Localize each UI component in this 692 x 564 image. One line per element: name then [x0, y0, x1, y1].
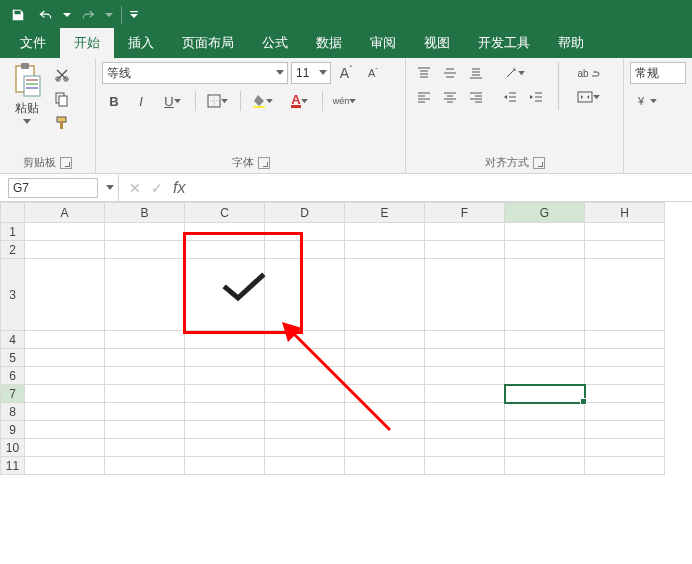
format-painter-icon[interactable]: [52, 114, 72, 132]
cell[interactable]: [585, 223, 665, 241]
cell[interactable]: [265, 223, 345, 241]
cell[interactable]: [25, 349, 105, 367]
copy-icon[interactable]: [52, 90, 72, 108]
underline-button[interactable]: U: [156, 90, 190, 112]
cell[interactable]: [585, 367, 665, 385]
row-header[interactable]: 3: [1, 259, 25, 331]
cut-icon[interactable]: [52, 66, 72, 84]
cell[interactable]: [425, 367, 505, 385]
align-bottom-icon[interactable]: [464, 62, 488, 84]
cell[interactable]: [105, 457, 185, 475]
align-top-icon[interactable]: [412, 62, 436, 84]
cell[interactable]: [585, 421, 665, 439]
accounting-format-icon[interactable]: ¥: [630, 90, 664, 112]
cell[interactable]: [265, 385, 345, 403]
cell[interactable]: [105, 367, 185, 385]
wrap-text-button[interactable]: ab: [569, 62, 609, 84]
cell[interactable]: [505, 439, 585, 457]
cell[interactable]: [345, 241, 425, 259]
tab-insert[interactable]: 插入: [114, 28, 168, 58]
column-header[interactable]: E: [345, 203, 425, 223]
align-right-icon[interactable]: [464, 86, 488, 108]
cell[interactable]: [265, 457, 345, 475]
increase-indent-icon[interactable]: [524, 86, 548, 108]
insert-function-icon[interactable]: fx: [173, 179, 185, 197]
align-center-icon[interactable]: [438, 86, 462, 108]
tab-home[interactable]: 开始: [60, 28, 114, 58]
cell[interactable]: [425, 259, 505, 331]
row-header[interactable]: 11: [1, 457, 25, 475]
redo-dropdown-icon[interactable]: [104, 11, 114, 19]
undo-icon[interactable]: [34, 3, 58, 27]
tab-review[interactable]: 审阅: [356, 28, 410, 58]
cell[interactable]: [265, 367, 345, 385]
tab-help[interactable]: 帮助: [544, 28, 598, 58]
cell[interactable]: [585, 439, 665, 457]
cell[interactable]: [505, 223, 585, 241]
cell[interactable]: [425, 241, 505, 259]
fill-color-icon[interactable]: [246, 90, 280, 112]
cell[interactable]: [345, 457, 425, 475]
cell[interactable]: [345, 259, 425, 331]
column-header[interactable]: F: [425, 203, 505, 223]
redo-icon[interactable]: [76, 3, 100, 27]
namebox-dropdown-icon[interactable]: [106, 185, 114, 191]
row-header[interactable]: 2: [1, 241, 25, 259]
cell[interactable]: [425, 385, 505, 403]
cell[interactable]: [185, 403, 265, 421]
tab-developer[interactable]: 开发工具: [464, 28, 544, 58]
row-header[interactable]: 6: [1, 367, 25, 385]
cell[interactable]: [505, 259, 585, 331]
cell[interactable]: [25, 385, 105, 403]
cell[interactable]: [425, 421, 505, 439]
active-cell[interactable]: [505, 385, 585, 403]
cell[interactable]: [25, 403, 105, 421]
cell[interactable]: [25, 223, 105, 241]
row-header[interactable]: 9: [1, 421, 25, 439]
cell[interactable]: [185, 349, 265, 367]
font-color-icon[interactable]: A: [283, 90, 317, 112]
cell[interactable]: [25, 331, 105, 349]
tab-file[interactable]: 文件: [6, 28, 60, 58]
cell[interactable]: [505, 331, 585, 349]
cell[interactable]: [425, 349, 505, 367]
alignment-launcher-icon[interactable]: [533, 157, 545, 169]
cell[interactable]: [105, 403, 185, 421]
paste-dropdown-icon[interactable]: [23, 119, 31, 125]
cell[interactable]: [105, 259, 185, 331]
font-name-select[interactable]: 等线: [102, 62, 288, 84]
row-header[interactable]: 7: [1, 385, 25, 403]
undo-dropdown-icon[interactable]: [62, 11, 72, 19]
cell[interactable]: [505, 421, 585, 439]
orientation-icon[interactable]: [498, 62, 532, 84]
number-format-select[interactable]: 常规: [630, 62, 686, 84]
cell[interactable]: [185, 223, 265, 241]
tab-formulas[interactable]: 公式: [248, 28, 302, 58]
decrease-indent-icon[interactable]: [498, 86, 522, 108]
cell[interactable]: [505, 457, 585, 475]
cell[interactable]: [185, 421, 265, 439]
qat-customize-icon[interactable]: [129, 10, 139, 20]
font-launcher-icon[interactable]: [258, 157, 270, 169]
cell[interactable]: [425, 331, 505, 349]
cell[interactable]: [585, 385, 665, 403]
select-all-corner[interactable]: [1, 203, 25, 223]
column-header[interactable]: G: [505, 203, 585, 223]
cell[interactable]: [425, 439, 505, 457]
cancel-formula-icon[interactable]: ✕: [129, 180, 141, 196]
cell[interactable]: [345, 385, 425, 403]
cell[interactable]: [585, 241, 665, 259]
cell[interactable]: [25, 421, 105, 439]
cell[interactable]: [105, 331, 185, 349]
row-header[interactable]: 8: [1, 403, 25, 421]
increase-font-icon[interactable]: Aˆ: [334, 62, 358, 84]
enter-formula-icon[interactable]: ✓: [151, 180, 163, 196]
tab-page-layout[interactable]: 页面布局: [168, 28, 248, 58]
row-header[interactable]: 1: [1, 223, 25, 241]
bold-button[interactable]: B: [102, 90, 126, 112]
clipboard-launcher-icon[interactable]: [60, 157, 72, 169]
cell[interactable]: [345, 331, 425, 349]
cell[interactable]: [265, 349, 345, 367]
borders-icon[interactable]: [201, 90, 235, 112]
cell[interactable]: [265, 403, 345, 421]
